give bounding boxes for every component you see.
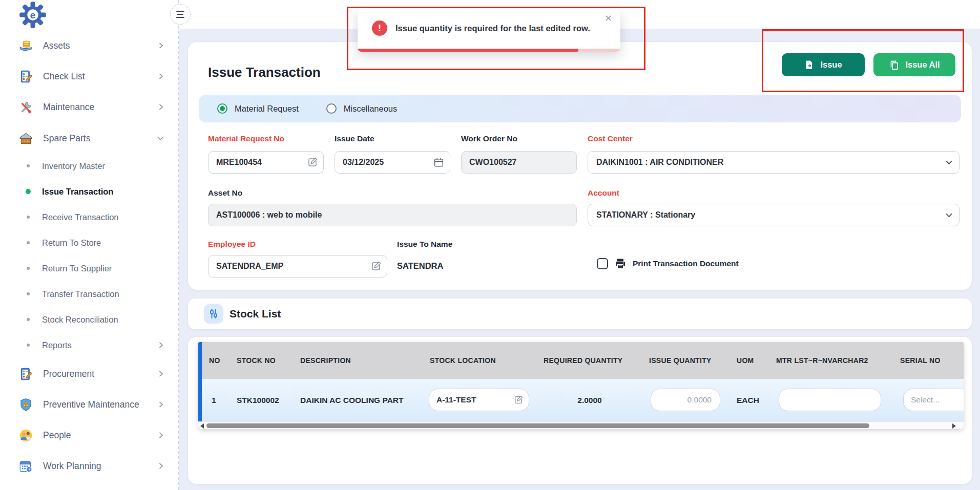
sidebar-item-issue-transaction[interactable]: Issue Transaction: [0, 179, 178, 204]
bullet-icon: [27, 164, 30, 167]
stock-list-header-card: Stock List: [188, 299, 972, 329]
scroll-left-arrow[interactable]: [200, 423, 204, 429]
maintenance-icon: [19, 100, 33, 114]
sidebar-item-procurement[interactable]: Procurement: [0, 358, 178, 389]
sidebar-item-spare-parts[interactable]: Spare Parts: [0, 123, 178, 154]
table-row: 1 STK100002 DAIKIN AC COOLING PART 2.000…: [198, 379, 964, 421]
bullet-icon: [27, 318, 30, 321]
issue-all-button[interactable]: Issue All: [873, 53, 955, 76]
asset-no-input: [208, 204, 577, 226]
stock-location-field: [429, 389, 529, 411]
account-label: Account: [588, 188, 619, 198]
sidebar: e Assets Check List Maintenance: [0, 0, 179, 490]
edit-icon[interactable]: [371, 261, 381, 271]
sidebar-item-preventive-maintenance[interactable]: Preventive Maintenance: [0, 389, 178, 420]
chevron-down-icon: [945, 160, 953, 165]
chevron-right-icon: [158, 401, 164, 408]
col-uom: UOM: [737, 342, 754, 379]
bullet-icon: [27, 267, 30, 270]
col-required-quantity: REQUIRED QUANTITY: [544, 342, 622, 379]
sidebar-item-label: Check List: [43, 71, 85, 82]
chevron-right-icon: [158, 370, 164, 377]
miscellaneous-radio[interactable]: [326, 103, 337, 114]
mtr-lst-field: [779, 389, 881, 411]
bullet-icon: [27, 216, 30, 219]
stock-table: NO STOCK NO DESCRIPTION STOCK LOCATION R…: [198, 342, 964, 429]
printer-icon: [614, 258, 627, 270]
cell-stock-no: STK100002: [237, 379, 279, 421]
sidebar-item-check-list[interactable]: Check List: [0, 61, 178, 92]
sidebar-item-return-to-supplier[interactable]: Return To Supplier: [0, 255, 178, 281]
material-request-radio-label: Material Request: [235, 104, 299, 114]
sidebar-item-maintenance[interactable]: Maintenance: [0, 92, 178, 122]
employee-id-label: Employee ID: [208, 240, 256, 249]
col-mtr-lst: MTR LST~R~NVARCHAR2: [776, 342, 868, 379]
col-issue-quantity: ISSUE QUANTITY: [649, 342, 712, 379]
work-order-no-label: Work Order No: [461, 134, 517, 143]
employee-id-input[interactable]: [208, 255, 387, 278]
col-stock-no: STOCK NO: [237, 342, 276, 379]
cell-required-quantity: 2.0000: [544, 379, 636, 421]
chevron-down-icon: [157, 135, 164, 141]
asset-no-field: [208, 204, 577, 226]
chevron-right-icon: [158, 42, 164, 49]
print-transaction-document-checkbox[interactable]: [597, 258, 608, 269]
chevron-right-icon: [158, 462, 164, 470]
serial-no-select[interactable]: [903, 389, 964, 411]
scroll-right-arrow[interactable]: [952, 423, 956, 429]
sidebar-item-return-to-store[interactable]: Return To Store: [0, 230, 178, 255]
stock-table-card: NO STOCK NO DESCRIPTION STOCK LOCATION R…: [188, 337, 972, 484]
toast-close-icon[interactable]: ✕: [604, 13, 612, 24]
chevron-right-icon: [158, 73, 164, 80]
sidebar-item-partial[interactable]: [0, 481, 178, 490]
account-select[interactable]: STATIONARY : Stationary: [588, 204, 960, 226]
bullet-icon: [27, 292, 30, 295]
cell-description: DAIKIN AC COOLING PART: [300, 379, 404, 421]
horizontal-scrollbar: [198, 421, 964, 429]
people-icon: [19, 429, 33, 442]
error-toast: ! Issue quantity is required for the las…: [358, 9, 620, 52]
sidebar-item-label: Spare Parts: [43, 133, 90, 144]
col-stock-location: STOCK LOCATION: [430, 342, 496, 379]
edit-icon[interactable]: [307, 157, 318, 167]
issue-quantity-input[interactable]: [651, 389, 720, 411]
sidebar-item-reports[interactable]: Reports: [0, 332, 178, 358]
page-title: Issue Transaction: [208, 65, 321, 80]
cell-no: 1: [212, 379, 216, 421]
toast-progress-fill: [358, 49, 578, 52]
chevron-right-icon: [158, 342, 164, 349]
sidebar-item-label: Preventive Maintenance: [43, 399, 139, 410]
sidebar-item-receive-transaction[interactable]: Receive Transaction: [0, 204, 178, 230]
sidebar-item-stock-reconciliation[interactable]: Stock Reconciliation: [0, 307, 178, 332]
print-transaction-document-group: Print Transaction Document: [597, 258, 739, 270]
stock-list-title: Stock List: [230, 299, 281, 329]
issue-button[interactable]: Issue: [782, 53, 865, 76]
procurement-icon: [19, 367, 33, 381]
scrollbar-thumb[interactable]: [206, 423, 869, 428]
sidebar-item-transfer-transaction[interactable]: Transfer Transaction: [0, 281, 178, 307]
document-arrow-icon: [804, 60, 814, 70]
chevron-down-icon: [945, 212, 953, 218]
sidebar-item-people[interactable]: People: [0, 420, 178, 451]
mtr-lst-input[interactable]: [779, 389, 881, 411]
cost-center-select[interactable]: DAIKIN1001 : AIR CONDITIONER: [588, 151, 960, 174]
sidebar-item-work-planning[interactable]: Work Planning: [0, 451, 178, 481]
material-request-no-input[interactable]: [208, 151, 324, 174]
material-request-no-label: Material Request No: [208, 134, 284, 143]
sidebar-item-assets[interactable]: Assets: [0, 30, 178, 61]
edit-icon[interactable]: [514, 395, 523, 404]
sidebar-item-label: Procurement: [43, 369, 94, 379]
active-dot-icon: [26, 189, 31, 194]
sidebar-toggle-button[interactable]: [170, 4, 191, 25]
material-request-radio[interactable]: [217, 103, 227, 114]
bullet-icon: [27, 344, 30, 347]
app-logo: e: [19, 1, 47, 29]
issue-quantity-field: [651, 389, 720, 411]
shield-warning-icon: [19, 398, 33, 412]
cost-center-value: DAIKIN1001 : AIR CONDITIONER: [596, 158, 723, 167]
calendar-icon[interactable]: [433, 157, 444, 168]
issue-transaction-card: Issue Transaction Issue Issue All Materi…: [188, 42, 972, 290]
account-value: STATIONARY : Stationary: [596, 210, 695, 220]
miscellaneous-radio-label: Miscellaneous: [344, 104, 398, 114]
sidebar-item-inventory-master[interactable]: Inventory Master: [0, 153, 178, 179]
